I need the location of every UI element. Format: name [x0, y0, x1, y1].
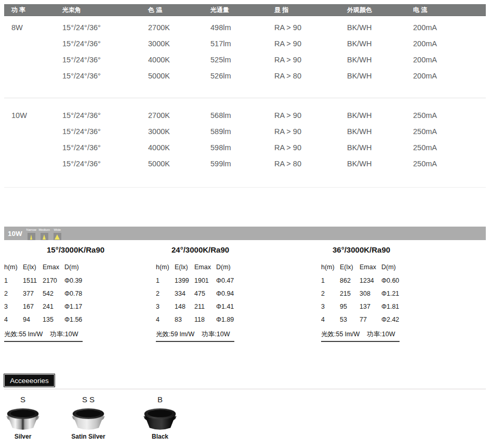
spec-cell: 3000K: [141, 39, 203, 48]
accessory-item: SSilver: [4, 394, 42, 440]
spec-cell: 15°/24°/36°: [55, 72, 141, 80]
photometric-header-row: h(m)E(lx)EmaxD(m): [4, 263, 160, 272]
photometric-column-header: E(lx): [23, 263, 43, 272]
spec-cell: 526lm: [203, 72, 267, 80]
spec-row: 15°/24°/36°5000K526lmRA > 80BK/WH200mA: [4, 68, 486, 84]
photometric-cell: 148: [175, 303, 194, 310]
accessory-item: BBlack: [141, 394, 179, 440]
accessory-name: Silver: [4, 433, 42, 440]
photometric-cell: Φ1.17: [64, 303, 94, 310]
spec-cell: 250mA: [406, 143, 486, 152]
photometric-cell: 1234: [360, 277, 381, 284]
beam-icon-box: [54, 233, 61, 240]
photometric-column-header: E(lx): [340, 263, 360, 272]
photometric-cell: 211: [194, 303, 216, 310]
spec-column-header: 外观颜色: [340, 6, 406, 15]
spec-cell: BK/WH: [340, 111, 406, 120]
efficacy-label: 光效:59 lm/W: [156, 330, 194, 339]
datasheet-page: 功 率光束角色 温光通量显 指外观颜色电 流 8W15°/24°/36°2700…: [0, 0, 491, 448]
photometric-cell: Φ0.60: [381, 277, 410, 284]
spec-cell: 5000K: [141, 72, 203, 80]
accessory-ring-image: [141, 407, 179, 431]
beam-triangle: [55, 234, 60, 240]
spec-cell: 517lm: [203, 39, 267, 48]
photometric-column-header: h(m): [4, 263, 23, 272]
photometric-cell: 308: [360, 290, 381, 297]
photometric-cell: 2: [4, 290, 23, 297]
spec-cell: 498lm: [203, 23, 267, 32]
spec-cell: 4000K: [141, 56, 203, 64]
spec-cell: BK/WH: [340, 72, 406, 80]
spec-cell: RA > 90: [267, 127, 340, 136]
photometric-cell: 53: [340, 316, 360, 323]
black-trim-ring-icon: [141, 407, 179, 431]
spec-group: 10W15°/24°/36°2700K568lmRA > 90BK/WH250m…: [4, 107, 486, 172]
spec-table-header-row: 功 率光束角色 温光通量显 指外观颜色电 流: [4, 4, 486, 16]
beam-label: Medium: [39, 228, 50, 232]
spec-cell: 568lm: [203, 111, 267, 120]
photometric-header-row: h(m)E(lx)EmaxD(m): [156, 263, 312, 272]
spec-cell: 599lm: [203, 160, 267, 168]
spec-row: 15°/24°/36°4000K525lmRA > 90BK/WH200mA: [4, 51, 486, 68]
photometric-cell: 1: [321, 277, 340, 284]
accessory-code: S: [4, 394, 42, 405]
beam-label: Narrow: [26, 228, 36, 232]
spec-cell: 15°/24°/36°: [55, 56, 141, 64]
spec-column-header: 显 指: [267, 6, 340, 15]
photometric-column-header: D(m): [381, 263, 410, 272]
spec-row: 15°/24°/36°3000K589lmRA > 90BK/WH250mA: [4, 123, 486, 139]
silver-trim-ring-icon: [4, 407, 42, 431]
power-cell: 10W: [4, 111, 55, 120]
spec-cell: BK/WH: [340, 160, 406, 168]
spec-cell: RA > 90: [267, 23, 340, 32]
photometric-cell: 1901: [194, 277, 216, 284]
photometric-cell: 118: [194, 316, 216, 323]
photometric-cell: 1399: [175, 277, 194, 284]
photometric-table-title: 15°/3000K/Ra90: [47, 245, 160, 255]
photometric-cell: 94: [23, 316, 43, 323]
photometric-table: 24°/3000K/Ra90h(m)E(lx)EmaxD(m)113991901…: [156, 245, 312, 342]
photometric-cell: 542: [43, 290, 64, 297]
photometric-table-title: 36°/3000K/Ra90: [333, 245, 477, 255]
footer-power-label: 功率:10W: [202, 330, 230, 339]
photometric-cell: 3: [156, 303, 175, 310]
photometric-column-header: h(m): [321, 263, 340, 272]
spec-cell: 200mA: [406, 56, 486, 64]
spec-cell: 200mA: [406, 23, 486, 32]
photometric-column-header: Emax: [194, 263, 216, 272]
footer-power-label: 功率:10W: [367, 330, 395, 339]
accessory-code: S S: [70, 394, 107, 405]
spec-cell: 2700K: [141, 111, 203, 120]
beam-label: Wide: [54, 228, 61, 232]
photometric-column-header: E(lx): [175, 263, 194, 272]
efficacy-label: 光效:55 lm/W: [321, 330, 360, 339]
photometric-table: 36°/3000K/Ra90h(m)E(lx)EmaxD(m)18621234Φ…: [321, 245, 477, 342]
photometric-cell: 3: [321, 303, 340, 310]
beam-triangle: [43, 234, 46, 240]
spec-cell: 3000K: [141, 127, 203, 136]
photometric-cell: 167: [23, 303, 43, 310]
spec-cell: BK/WH: [340, 127, 406, 136]
photometric-cell: 334: [175, 290, 194, 297]
spec-cell: 200mA: [406, 72, 486, 80]
spec-cell: RA > 90: [267, 143, 340, 152]
spec-row: 8W15°/24°/36°2700K498lmRA > 90BK/WH200mA: [4, 19, 486, 35]
photometric-table: 15°/3000K/Ra90h(m)E(lx)EmaxD(m)115112170…: [4, 245, 160, 342]
medium-beam-icon: Medium: [41, 228, 48, 240]
spec-column-header: 色 温: [141, 6, 203, 15]
wide-beam-icon: Wide: [54, 228, 61, 240]
spec-cell: 5000K: [141, 160, 203, 168]
photometric-section-bar: 10W NarrowMediumWide: [4, 227, 486, 240]
photometric-cell: 1: [156, 277, 175, 284]
spec-cell: 15°/24°/36°: [55, 23, 141, 32]
spec-row: 15°/24°/36°4000K598lmRA > 90BK/WH250mA: [4, 139, 486, 155]
spec-cell: RA > 90: [267, 39, 340, 48]
photometric-footer: 光效:55 lm/W功率:10W: [4, 330, 83, 342]
photometric-cell: 475: [194, 290, 216, 297]
photometric-footer: 光效:59 lm/W功率:10W: [156, 330, 234, 342]
photometric-cell: Φ1.89: [216, 316, 245, 323]
accessory-ring-image: [4, 407, 42, 431]
photometric-column-header: h(m): [156, 263, 175, 272]
spec-cell: 250mA: [406, 111, 486, 120]
spec-group: 8W15°/24°/36°2700K498lmRA > 90BK/WH200mA…: [4, 19, 486, 84]
